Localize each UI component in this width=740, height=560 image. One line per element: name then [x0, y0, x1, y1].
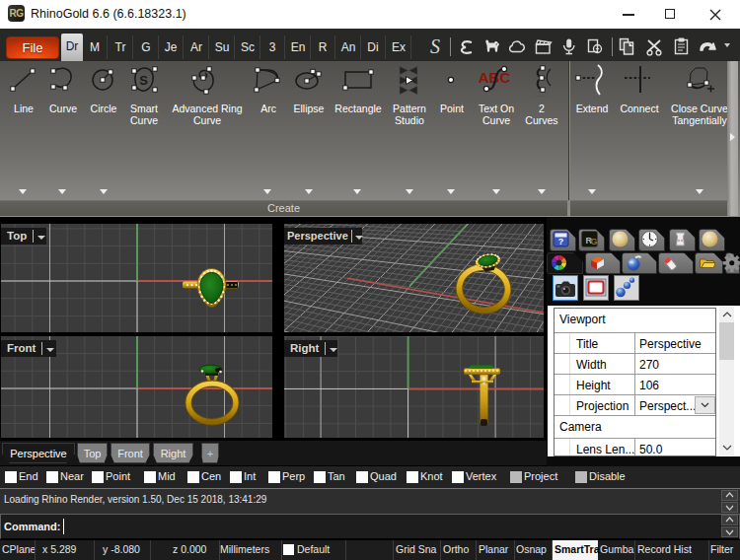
svg-text:S: S	[139, 73, 148, 88]
svg-text:S: S	[430, 35, 440, 57]
svg-text:?: ?	[558, 237, 564, 246]
svg-text:G: G	[591, 237, 598, 246]
